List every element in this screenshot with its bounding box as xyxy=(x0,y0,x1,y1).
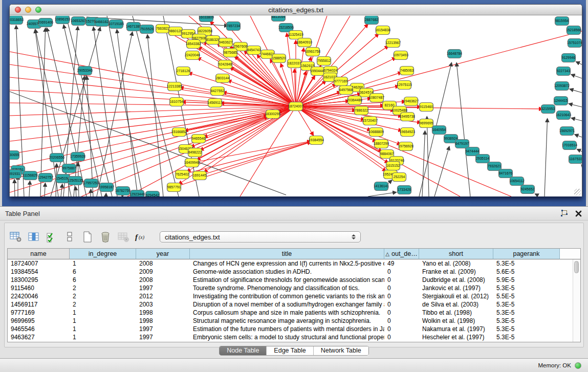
table-cell[interactable]: 9115460 xyxy=(8,284,70,292)
table-cell[interactable]: 5.3E-5 xyxy=(493,309,560,317)
table-cell[interactable]: 9463627 xyxy=(8,333,70,341)
table-row[interactable]: 1830029562008Estimation of significance … xyxy=(8,276,580,284)
table-cell[interactable]: 0 xyxy=(384,309,419,317)
table-cell[interactable]: 6 xyxy=(70,276,136,284)
graph-node[interactable]: 12213385 xyxy=(167,82,182,91)
table-cell[interactable]: Yano et al. (2008) xyxy=(419,259,493,268)
graph-node[interactable]: 7955812 xyxy=(317,57,331,65)
table-cell[interactable]: 0 xyxy=(384,284,419,292)
graph-node[interactable]: 19756928 xyxy=(398,142,413,151)
graph-node[interactable]: 1691445 xyxy=(193,171,207,180)
column-header-short[interactable]: short xyxy=(419,249,493,259)
table-cell[interactable]: 49 xyxy=(384,259,419,268)
scrollbar-thumb[interactable] xyxy=(574,261,579,273)
table-cell[interactable]: Corpus callosum shape and size in male p… xyxy=(190,309,384,317)
graph-node[interactable]: 14671388 xyxy=(126,23,141,31)
table-cell[interactable]: 18724007 xyxy=(8,259,70,268)
delete-column-icon[interactable] xyxy=(99,231,112,243)
graph-node[interactable]: 2718126 xyxy=(177,67,190,76)
graph-node[interactable]: 9975887 xyxy=(62,164,76,173)
graph-node[interactable]: 15720407 xyxy=(362,117,378,125)
graph-node[interactable]: 12213967 xyxy=(385,39,401,48)
table-cell[interactable]: 1997 xyxy=(136,325,190,333)
graph-node[interactable]: 1640954 xyxy=(432,126,446,135)
network-window[interactable]: citations_edges.txt 20318653 24055724 20… xyxy=(9,4,582,196)
memory-status-indicator[interactable] xyxy=(575,362,581,369)
graph-node[interactable]: 16154838 xyxy=(375,26,390,35)
table-cell[interactable]: Changes of HCN gene expression and I(f) … xyxy=(190,259,384,268)
table-cell[interactable]: 0 xyxy=(384,325,419,333)
table-cell[interactable]: Disruption of a novel member of a sodium… xyxy=(190,300,384,309)
table-cell[interactable]: Genome-wide association studies in ADHD. xyxy=(190,268,384,276)
graph-node[interactable]: 19958187 xyxy=(99,183,114,192)
graph-node[interactable]: 17359928 xyxy=(70,152,85,161)
graph-node[interactable]: 12093872 xyxy=(554,82,570,91)
graph-node[interactable]: 20318653 xyxy=(10,16,24,25)
graph-node[interactable]: 7485063 xyxy=(400,67,414,75)
graph-node[interactable]: 9129946 xyxy=(562,54,576,62)
graph-node[interactable]: 16033809 xyxy=(199,16,214,22)
graph-node[interactable]: 2887682 xyxy=(365,16,379,25)
graph-node[interactable]: 16409948 xyxy=(184,159,200,167)
graph-node[interactable]: 391931 xyxy=(10,170,21,179)
graph-node[interactable]: 1733426 xyxy=(398,186,411,194)
graph-node[interactable]: 19654923 xyxy=(400,128,415,137)
graph-node[interactable]: 10688809 xyxy=(368,128,384,137)
column-header-out-de-[interactable]: △out_de… xyxy=(384,249,419,259)
table-row[interactable]: 1938455462009Genome-wide association stu… xyxy=(8,268,580,276)
graph-node[interactable]: 9242848 xyxy=(219,60,232,69)
graph-node[interactable]: 9294542 xyxy=(146,191,160,197)
minimize-window-button[interactable] xyxy=(25,7,31,13)
table-cell[interactable]: Dudbridge et al. (2008) xyxy=(419,276,493,284)
table-cell[interactable]: 5.3E-5 xyxy=(493,300,560,309)
table-cell[interactable]: 1998 xyxy=(136,317,190,325)
graph-node[interactable]: 9227343 xyxy=(557,67,571,76)
graph-node[interactable]: 6466162 xyxy=(95,18,109,27)
network-canvas[interactable]: 20318653 24055724 20691406 10896153 1065… xyxy=(10,16,582,196)
select-all-icon[interactable] xyxy=(45,231,58,243)
graph-node[interactable]: 7625402 xyxy=(176,170,189,179)
table-cell[interactable]: Estimation of significance thresholds fo… xyxy=(190,276,384,284)
graph-node[interactable]: 1615152 xyxy=(386,162,400,170)
graph-node[interactable]: 1610754 xyxy=(170,98,184,106)
table-row[interactable]: 946362711997Embryonic stem cells: a mode… xyxy=(8,333,580,341)
table-cell[interactable]: Tibbo et al. (1998) xyxy=(419,309,493,317)
table-cell[interactable]: 1 xyxy=(70,333,136,341)
graph-node[interactable]: 17016514 xyxy=(562,141,577,150)
graph-node[interactable]: 1167533 xyxy=(569,155,582,164)
table-cell[interactable]: Hescheler et al. (1997) xyxy=(419,333,493,341)
graph-node[interactable]: 14136141 xyxy=(374,182,389,191)
table-cell[interactable]: 2 xyxy=(70,284,136,292)
table-row[interactable]: 1456911722003Disruption of a novel membe… xyxy=(8,300,580,309)
table-mode-icon[interactable] xyxy=(9,231,23,243)
table-cell[interactable]: 5.3E-5 xyxy=(493,333,560,341)
table-row[interactable]: 2242004622012Investigating the contribut… xyxy=(8,292,580,300)
graph-node[interactable]: 10653267 xyxy=(71,17,86,26)
graph-node[interactable]: 10719185 xyxy=(108,20,124,29)
tab-edge-table[interactable]: Edge Table xyxy=(267,346,313,355)
graph-node[interactable]: 7663822 xyxy=(156,25,170,33)
graph-node[interactable]: 18724007 xyxy=(288,102,303,111)
graph-node[interactable]: 9245652 xyxy=(521,185,535,194)
table-vertical-scrollbar[interactable] xyxy=(573,259,580,342)
graph-node[interactable]: 16782759 xyxy=(115,187,130,195)
table-cell[interactable]: 1998 xyxy=(136,309,190,317)
graph-node[interactable]: 19384554 xyxy=(309,136,324,145)
table-cell[interactable]: 5.3E-5 xyxy=(493,325,560,333)
table-row[interactable]: 977716911998Corpus callosum shape and si… xyxy=(8,309,580,317)
graph-node[interactable]: 252254 xyxy=(393,173,406,182)
graph-node[interactable]: 3215953 xyxy=(541,105,555,114)
graph-node[interactable]: 2803144 xyxy=(216,74,230,83)
network-window-titlebar[interactable]: citations_edges.txt xyxy=(10,5,582,15)
new-column-icon[interactable] xyxy=(81,231,94,243)
table-cell[interactable]: Estimation of the future numbers of pati… xyxy=(190,325,384,333)
table-cell[interactable]: 5.6E-5 xyxy=(493,268,560,276)
graph-node[interactable]: 11156829 xyxy=(23,171,37,180)
table-cell[interactable]: 9777169 xyxy=(8,309,70,317)
table-cell[interactable]: 14569117 xyxy=(8,300,70,309)
table-cell[interactable]: 0 xyxy=(384,300,419,309)
table-cell[interactable]: 0 xyxy=(384,317,419,325)
window-resize-grip[interactable] xyxy=(574,189,581,195)
table-selector-dropdown[interactable]: citations_edges.txt xyxy=(160,231,361,243)
close-window-button[interactable] xyxy=(15,7,21,13)
